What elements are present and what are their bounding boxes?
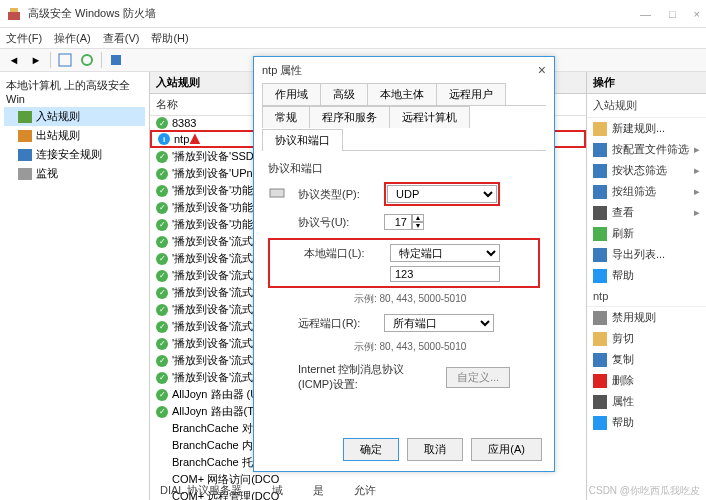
tree-inbound-rules[interactable]: 入站规则 — [4, 107, 145, 126]
check-icon: ✓ — [156, 117, 168, 129]
tab-advanced[interactable]: 高级 — [320, 83, 368, 105]
tree-root[interactable]: 本地计算机 上的高级安全 Win — [4, 76, 145, 107]
action-item[interactable]: 新建规则... — [587, 118, 706, 139]
tree-connection-rules[interactable]: 连接安全规则 — [4, 145, 145, 164]
tab-scope[interactable]: 作用域 — [262, 83, 321, 105]
check-icon: ✓ — [156, 185, 168, 197]
tab-local-principal[interactable]: 本地主体 — [367, 83, 437, 105]
tree-panel: 本地计算机 上的高级安全 Win 入站规则 出站规则 连接安全规则 监视 — [0, 72, 150, 500]
svg-rect-0 — [8, 12, 20, 20]
action-icon — [593, 374, 607, 388]
action-item[interactable]: 刷新 — [587, 223, 706, 244]
check-icon: ✓ — [156, 372, 168, 384]
action-icon — [593, 227, 607, 241]
bottom-row: DIAL 协议服务器域是允许 — [160, 483, 576, 498]
outbound-icon — [18, 130, 32, 142]
icmp-label: Internet 控制消息协议(ICMP)设置: — [298, 362, 438, 392]
spin-down[interactable]: ▼ — [412, 222, 424, 230]
menu-action[interactable]: 操作(A) — [54, 31, 91, 46]
tab-protocols-ports[interactable]: 协议和端口 — [262, 129, 343, 151]
check-icon: ✓ — [156, 168, 168, 180]
action-icon — [593, 164, 607, 178]
remote-port-mode-select[interactable]: 所有端口 — [384, 314, 494, 332]
svg-rect-2 — [59, 54, 71, 66]
local-port-example: 示例: 80, 443, 5000-5010 — [354, 292, 540, 306]
monitor-icon — [18, 168, 32, 180]
protocol-type-select[interactable]: UDP — [387, 185, 497, 203]
info-icon: i — [158, 133, 170, 145]
remote-port-example: 示例: 80, 443, 5000-5010 — [354, 340, 540, 354]
watermark: CSDN @你吃西瓜我吃皮 — [589, 484, 700, 498]
action-icon — [593, 395, 607, 409]
tab-general[interactable]: 常规 — [262, 106, 310, 128]
check-icon: ✓ — [156, 406, 168, 418]
svg-rect-1 — [10, 8, 18, 12]
action-item[interactable]: 属性 — [587, 391, 706, 412]
check-icon: ✓ — [156, 321, 168, 333]
action-item[interactable]: 帮助 — [587, 265, 706, 286]
action-icon — [593, 332, 607, 346]
check-icon: ✓ — [156, 304, 168, 316]
toolbar-forward-icon[interactable]: ► — [26, 50, 46, 70]
check-icon: ✓ — [156, 202, 168, 214]
action-icon — [593, 353, 607, 367]
action-icon — [593, 311, 607, 325]
tab-programs[interactable]: 程序和服务 — [309, 106, 390, 128]
check-icon: ✓ — [156, 338, 168, 350]
action-item[interactable]: 帮助 — [587, 412, 706, 433]
menu-help[interactable]: 帮助(H) — [151, 31, 188, 46]
action-icon — [593, 248, 607, 262]
check-icon: ✓ — [156, 355, 168, 367]
check-icon: ✓ — [156, 253, 168, 265]
action-icon — [593, 269, 607, 283]
dialog-title: ntp 属性 — [262, 63, 302, 78]
close-button[interactable]: × — [694, 8, 700, 20]
check-icon: ✓ — [156, 151, 168, 163]
action-item[interactable]: 剪切 — [587, 328, 706, 349]
action-item[interactable]: 按状态筛选 ▸ — [587, 160, 706, 181]
action-icon — [593, 122, 607, 136]
local-port-input[interactable] — [390, 266, 500, 282]
action-icon — [593, 206, 607, 220]
menu-file[interactable]: 文件(F) — [6, 31, 42, 46]
action-icon — [593, 416, 607, 430]
maximize-button[interactable]: □ — [669, 8, 676, 20]
tab-remote-user[interactable]: 远程用户 — [436, 83, 506, 105]
tab-remote-computer[interactable]: 远程计算机 — [389, 106, 470, 128]
protocol-type-label: 协议类型(P): — [298, 187, 376, 202]
actions-group-ntp: ntp — [587, 286, 706, 307]
action-icon — [593, 143, 607, 157]
action-item[interactable]: 禁用规则 — [587, 307, 706, 328]
tree-monitor[interactable]: 监视 — [4, 164, 145, 183]
protocol-num-input[interactable] — [384, 214, 412, 230]
dialog-close-button[interactable]: × — [538, 62, 546, 78]
toolbar-refresh-icon[interactable] — [77, 50, 97, 70]
ok-button[interactable]: 确定 — [343, 438, 399, 461]
window-title: 高级安全 Windows 防火墙 — [28, 6, 640, 21]
minimize-button[interactable]: — — [640, 8, 651, 20]
action-item[interactable]: 按组筛选 ▸ — [587, 181, 706, 202]
icmp-custom-button[interactable]: 自定义... — [446, 367, 510, 388]
action-item[interactable]: 复制 — [587, 349, 706, 370]
spin-up[interactable]: ▲ — [412, 214, 424, 222]
action-item[interactable]: 导出列表... — [587, 244, 706, 265]
action-item[interactable]: 删除 — [587, 370, 706, 391]
connection-icon — [18, 149, 32, 161]
app-icon — [6, 6, 22, 22]
check-icon: ✓ — [156, 270, 168, 282]
action-item[interactable]: 查看 ▸ — [587, 202, 706, 223]
svg-rect-5 — [270, 189, 284, 197]
toolbar-back-icon[interactable]: ◄ — [4, 50, 24, 70]
protocol-icon — [268, 185, 290, 203]
local-port-mode-select[interactable]: 特定端口 — [390, 244, 500, 262]
action-icon — [593, 185, 607, 199]
cancel-button[interactable]: 取消 — [407, 438, 463, 461]
toolbar-help-icon[interactable] — [106, 50, 126, 70]
annotation-arrow-icon: ▲ — [186, 128, 204, 149]
tree-outbound-rules[interactable]: 出站规则 — [4, 126, 145, 145]
menu-view[interactable]: 查看(V) — [103, 31, 140, 46]
apply-button[interactable]: 应用(A) — [471, 438, 542, 461]
toolbar-props-icon[interactable] — [55, 50, 75, 70]
action-item[interactable]: 按配置文件筛选 ▸ — [587, 139, 706, 160]
check-icon: ✓ — [156, 389, 168, 401]
